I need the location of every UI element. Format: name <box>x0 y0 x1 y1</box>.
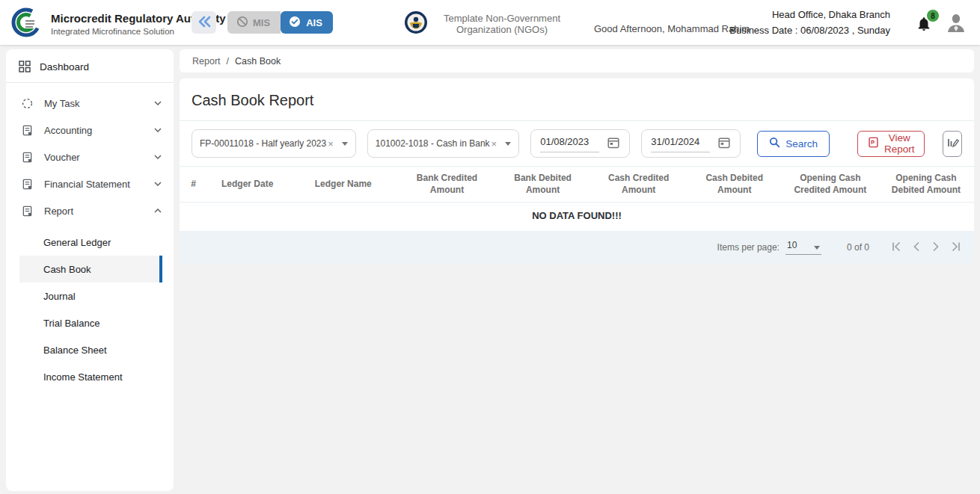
mis-toggle-button[interactable]: MIS <box>227 11 281 34</box>
next-page-button[interactable] <box>926 238 946 257</box>
search-icon <box>769 137 780 150</box>
items-per-page-label: Items per page: <box>717 242 780 253</box>
chevron-down-icon <box>505 142 511 146</box>
sidebar-subitem-general-ledger[interactable]: General Ledger <box>6 229 174 256</box>
calendar-icon <box>717 141 731 152</box>
sidebar-subitem-cash-book[interactable]: Cash Book <box>19 256 162 282</box>
from-date-calendar-button[interactable] <box>602 132 625 155</box>
remove-financial-period-icon[interactable]: × <box>328 139 334 149</box>
blocked-icon <box>236 16 248 30</box>
sidebar-item-dashboard[interactable]: Dashboard <box>6 49 174 82</box>
notifications-button[interactable]: 8 <box>914 15 934 34</box>
table-header-row: # Ledger Date Ledger Name Bank Credited … <box>180 167 974 203</box>
page-title: Cash Book Report <box>180 78 974 120</box>
organization-name-line1: Template Non-Government <box>438 13 566 24</box>
breadcrumb-separator: / <box>227 56 229 67</box>
to-date-input[interactable]: 31/01/2024 <box>651 135 710 152</box>
office-info: Head Office, Dhaka Branch Business Date … <box>729 9 890 36</box>
no-data-message: NO DATA FOUND!!! <box>180 203 974 232</box>
office-branch: Head Office, Dhaka Branch <box>729 9 890 20</box>
column-header-opening-cash-credited: Opening Cash Credited Amount <box>783 167 878 203</box>
search-button[interactable]: Search <box>757 131 830 157</box>
filter-toolbar: FP-00011018 - Half yearly 2023 × 101002-… <box>180 121 974 166</box>
user-greeting: Good Afternoon, Mohammad Rahim <box>594 23 750 34</box>
sidebar-item-my-task[interactable]: My Task <box>6 90 174 117</box>
sidebar-subitem-income-statement[interactable]: Income Statement <box>6 363 174 390</box>
organization-name-line2: Organization (NGOs) <box>438 24 566 35</box>
sidebar-collapse-button[interactable] <box>192 11 216 34</box>
sidebar-subitem-trial-balance[interactable]: Trial Balance <box>6 309 174 336</box>
chevron-right-icon <box>932 241 940 254</box>
sidebar-subitem-journal[interactable]: Journal <box>6 282 174 309</box>
profile-avatar-button[interactable] <box>944 11 968 35</box>
column-header-index: # <box>180 167 207 203</box>
mis-label: MIS <box>253 17 270 28</box>
document-icon <box>22 206 34 217</box>
view-report-button[interactable]: View Report <box>857 131 925 157</box>
report-card: Cash Book Report FP-00011018 - Half year… <box>180 78 974 264</box>
remove-ledger-icon[interactable]: × <box>491 139 497 149</box>
calendar-icon <box>607 141 620 152</box>
main-content: Report / Cash Book Cash Book Report FP-0… <box>180 49 974 264</box>
sidebar-item-accounting[interactable]: Accounting <box>6 117 174 143</box>
financial-period-select[interactable]: FP-00011018 - Half yearly 2023 × <box>192 129 356 158</box>
first-page-icon <box>891 241 903 254</box>
chevron-down-icon <box>154 182 162 186</box>
sidebar: Dashboard My Task <box>6 49 174 491</box>
sidebar-item-label: Voucher <box>44 152 154 163</box>
sidebar-item-financial-statement[interactable]: Financial Statement <box>6 170 174 197</box>
ledger-select[interactable]: 101002-1018 - Cash in Bank × <box>367 129 519 158</box>
chevron-down-icon <box>814 246 820 250</box>
page-range-label: 0 of 0 <box>847 242 869 253</box>
business-date: Business Date : 06/08/2023 , Sunday <box>729 25 890 36</box>
last-page-button[interactable] <box>946 238 965 257</box>
dashed-circle-icon <box>22 98 34 109</box>
check-circle-icon <box>289 16 301 30</box>
app-root: Microcredit Regulatory Authority Integra… <box>0 0 980 494</box>
chevron-down-icon <box>154 155 162 159</box>
column-header-ledger-date: Ledger Date <box>207 167 287 203</box>
avatar-icon <box>944 26 968 37</box>
from-date-input[interactable]: 01/08/2023 <box>540 135 599 152</box>
cash-book-table: # Ledger Date Ledger Name Bank Credited … <box>180 166 974 231</box>
column-header-opening-cash-debited: Opening Cash Debited Amount <box>878 167 974 203</box>
empty-state-row: NO DATA FOUND!!! <box>180 203 974 232</box>
pdf-icon <box>868 137 879 150</box>
page-size-select[interactable]: 10 <box>785 240 821 255</box>
top-header: Microcredit Regulatory Authority Integra… <box>0 0 980 45</box>
mis-ais-toggle: MIS AIS <box>227 11 333 34</box>
document-icon <box>22 152 34 163</box>
chevron-down-icon <box>154 101 162 105</box>
chevron-down-icon <box>154 128 162 132</box>
column-header-cash-debited: Cash Debited Amount <box>687 167 783 203</box>
to-date-field: 31/01/2024 <box>641 129 741 158</box>
column-header-bank-debited: Bank Debited Amount <box>495 167 591 203</box>
sidebar-item-label: Report <box>44 206 154 217</box>
first-page-button[interactable] <box>887 238 907 257</box>
pencil-with-bars-icon <box>946 136 959 152</box>
sidebar-item-label: Financial Statement <box>44 179 154 190</box>
to-date-calendar-button[interactable] <box>713 132 735 155</box>
previous-page-button[interactable] <box>907 238 926 257</box>
chevron-left-icon <box>913 241 920 254</box>
chevron-down-icon <box>342 142 348 146</box>
document-icon <box>22 125 34 136</box>
breadcrumb: Report / Cash Book <box>180 49 974 72</box>
organization-name: Template Non-Government Organization (NG… <box>438 13 566 35</box>
sidebar-subitem-balance-sheet[interactable]: Balance Sheet <box>6 336 174 363</box>
breadcrumb-report-link[interactable]: Report <box>192 56 221 67</box>
mra-logo-icon <box>10 6 43 42</box>
sidebar-item-report[interactable]: Report <box>6 197 174 224</box>
dashboard-label: Dashboard <box>40 61 89 72</box>
sidebar-item-voucher[interactable]: Voucher <box>6 143 174 170</box>
column-edit-button[interactable] <box>943 131 962 157</box>
ais-toggle-button[interactable]: AIS <box>281 11 333 34</box>
column-header-bank-credited: Bank Credited Amount <box>399 167 494 203</box>
column-header-cash-credited: Cash Credited Amount <box>591 167 687 203</box>
organization-seal-icon <box>404 10 428 34</box>
search-label: Search <box>785 138 818 149</box>
sidebar-item-label: My Task <box>44 98 154 109</box>
ais-label: AIS <box>306 17 322 28</box>
view-report-label: View Report <box>884 132 915 155</box>
financial-period-value: FP-00011018 - Half yearly 2023 <box>200 138 326 149</box>
